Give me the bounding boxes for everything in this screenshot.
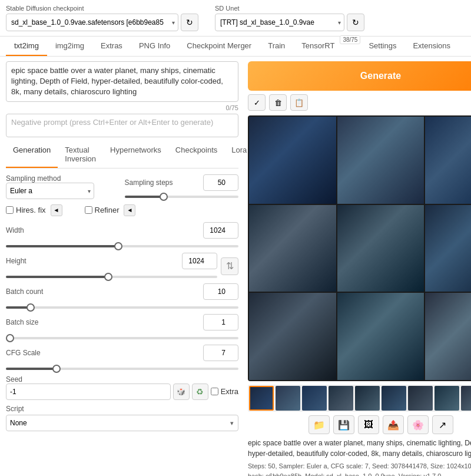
checkpoint-label: Stable Diffusion checkpoint [6, 5, 198, 12]
image-cell-1[interactable] [249, 117, 336, 204]
hires-refiner-row: Hires. fix ◄ Refiner ◄ [6, 204, 238, 216]
generate-button[interactable]: Generate [248, 61, 471, 91]
thumb-5[interactable] [355, 386, 380, 411]
batch-count-group: Batch count [6, 283, 238, 310]
image-cell-7[interactable] [249, 293, 336, 380]
tab-settings[interactable]: Settings [360, 37, 404, 56]
image-cell-4[interactable] [249, 205, 336, 292]
tab-extras[interactable]: Extras [92, 37, 131, 56]
prompt-input[interactable]: epic space battle over a water planet, m… [6, 61, 238, 102]
tab-checkpoint-merger[interactable]: Checkpoint Merger [178, 37, 260, 56]
width-input[interactable] [203, 222, 238, 239]
cfg-scale-input[interactable] [203, 345, 238, 361]
checkpoint-select-wrapper: sd_xl_base_1.0_0.9vae.safetensors [e6bb9… [6, 14, 178, 31]
batch-size-input[interactable] [203, 314, 238, 330]
seed-recycle-btn[interactable]: ♻ [192, 384, 208, 400]
unet-select[interactable]: [TRT] sd_xl_base_1.0_0.9vae [215, 14, 344, 31]
clipboard-btn[interactable]: 📋 [290, 94, 308, 111]
thumb-8[interactable] [434, 386, 459, 411]
thumb-1[interactable] [249, 386, 274, 411]
thumb-2[interactable] [276, 386, 300, 411]
extra-checkbox[interactable] [211, 388, 218, 395]
sampling-steps-slider[interactable] [125, 196, 239, 198]
zip-btn[interactable]: 🖼 [358, 415, 379, 434]
hires-fix-checkbox[interactable] [6, 206, 14, 214]
batch-count-label: Batch count [6, 287, 65, 296]
unet-refresh-btn[interactable]: ↻ [347, 14, 364, 31]
tab-extensions[interactable]: Extensions [404, 37, 459, 56]
image-cell-3[interactable] [425, 117, 471, 204]
checkpoint-select[interactable]: sd_xl_base_1.0_0.9vae.safetensors [e6bb9… [6, 14, 178, 31]
thumb-6[interactable] [382, 386, 406, 411]
sub-tab-textual-inversion[interactable]: Textual Inversion [58, 142, 103, 168]
thumb-3[interactable] [302, 386, 327, 411]
share-btn[interactable]: 📤 [383, 415, 404, 434]
batch-count-slider[interactable] [6, 306, 238, 309]
hires-fix-collapse-btn[interactable]: ◄ [51, 204, 62, 216]
flower-btn[interactable]: 🌸 [407, 415, 429, 434]
seed-label: Seed [6, 375, 238, 384]
seed-extra-btn[interactable]: 🎲 [173, 384, 190, 400]
script-select[interactable]: None [6, 415, 238, 431]
batch-size-slider[interactable] [6, 337, 238, 339]
batch-size-label: Batch size [6, 318, 65, 326]
seed-group: Seed 🎲 ♻ Extra [6, 375, 238, 400]
width-group: Width [6, 222, 238, 249]
tab-img2img[interactable]: img2img [47, 37, 92, 56]
tab-tensorrt[interactable]: TensorRT 38/75 [293, 37, 343, 56]
height-input[interactable] [182, 253, 217, 269]
checkpoint-select-wrap: sd_xl_base_1.0_0.9vae.safetensors [e6bb9… [6, 14, 198, 31]
sampling-method-label: Sampling method [6, 174, 120, 183]
generate-area: Generate ✓ 🗑 📋 × ▾ 🖊 [248, 61, 471, 111]
height-slider[interactable] [6, 276, 217, 278]
extra-label: Extra [221, 387, 238, 396]
refiner-collapse-btn[interactable]: ◄ [124, 204, 135, 216]
right-panel: Generate ✓ 🗑 📋 × ▾ 🖊 ⤢ ✕ [244, 57, 471, 476]
image-cell-9[interactable] [425, 293, 471, 380]
image-cell-8[interactable] [337, 293, 424, 380]
width-slider[interactable] [6, 245, 238, 247]
sub-tabs: Generation Textual Inversion Hypernetwor… [6, 142, 238, 168]
batch-count-input[interactable] [203, 283, 238, 300]
thumb-7[interactable] [408, 386, 433, 411]
open-folder-btn[interactable]: 📁 [309, 415, 330, 434]
hires-fix-wrap: Hires. fix [6, 206, 46, 214]
app-header: Stable Diffusion checkpoint sd_xl_base_1… [0, 0, 471, 37]
image-grid-inner [248, 115, 471, 381]
refiner-label: Refiner [95, 206, 120, 214]
refiner-checkbox[interactable] [85, 206, 92, 214]
tab-png-info[interactable]: PNG Info [131, 37, 178, 56]
image-cell-6[interactable] [425, 205, 471, 292]
thumb-4[interactable] [329, 386, 353, 411]
checkpoint-refresh-btn[interactable]: ↻ [181, 14, 198, 31]
unet-select-wrapper: [TRT] sd_xl_base_1.0_0.9vae [215, 14, 344, 31]
cfg-scale-group: CFG Scale [6, 345, 238, 372]
unet-select-wrap: [TRT] sd_xl_base_1.0_0.9vae ↻ [215, 14, 364, 31]
image-cell-2[interactable] [337, 117, 424, 204]
thumb-9[interactable] [461, 386, 471, 411]
sub-tab-checkpoints[interactable]: Checkpoints [168, 142, 225, 168]
image-caption: epic space battle over a water planet, m… [248, 438, 471, 459]
image-cell-5[interactable] [337, 205, 424, 292]
check-btn[interactable]: ✓ [248, 94, 266, 111]
external-btn[interactable]: ↗ [432, 415, 453, 434]
sub-tab-generation[interactable]: Generation [6, 142, 58, 168]
swap-dimensions-btn[interactable]: ⇅ [221, 257, 238, 275]
sub-tab-hypernetworks[interactable]: Hypernetworks [103, 142, 168, 168]
negative-prompt-input[interactable]: Negative prompt (press Ctrl+Enter or Alt… [6, 114, 238, 137]
image-actions: 📁 💾 🖼 📤 🌸 ↗ [248, 415, 471, 434]
cfg-scale-slider[interactable] [6, 368, 238, 370]
save-btn[interactable]: 💾 [333, 415, 354, 434]
sampling-steps-input[interactable] [203, 174, 238, 191]
tab-train[interactable]: Train [260, 37, 293, 56]
sampling-row: Sampling method Euler a Sampling steps [6, 174, 238, 200]
extra-checkbox-wrap: Extra [211, 387, 238, 396]
sampling-method-select[interactable]: Euler a [6, 183, 94, 199]
trash-btn[interactable]: 🗑 [269, 94, 287, 111]
seed-row: Seed 🎲 ♻ Extra [6, 375, 238, 400]
hires-fix-label: Hires. fix [16, 206, 46, 214]
tab-txt2img[interactable]: txt2img [6, 37, 47, 56]
height-group: Height ⇅ [6, 253, 238, 280]
image-steps-info: Steps: 50, Sampler: Euler a, CFG scale: … [248, 461, 471, 476]
seed-input[interactable] [6, 384, 171, 400]
